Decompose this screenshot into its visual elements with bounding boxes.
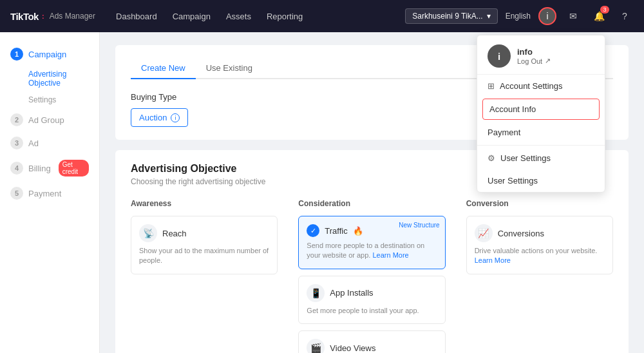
header-right: Sarkhuseini 9 TikA... ▾ English i ✉ 🔔 3 …: [405, 7, 634, 25]
nav-dashboard[interactable]: Dashboard: [116, 9, 157, 24]
account-selector-value: Sarkhuseini 9 TikA...: [412, 12, 482, 21]
conversions-icon: 📈: [475, 224, 493, 242]
reach-icon: 📡: [139, 224, 157, 242]
sidebar-step-ad[interactable]: 3 Ad: [0, 131, 99, 155]
conversion-title: Conversion: [466, 199, 613, 208]
dropdown-avatar: i: [488, 44, 511, 68]
settings-icon: ⚙: [488, 153, 495, 163]
video-views-header: 🎬 Video Views: [307, 339, 437, 353]
sidebar-step-adgroup[interactable]: 2 Ad Group: [0, 108, 99, 131]
header: TikTok : Ads Manager Dashboard Campaign …: [0, 0, 644, 32]
dropdown-username: info: [517, 47, 551, 57]
conversion-column: Conversion 📈 Conversions Drive valuable …: [466, 199, 613, 353]
reach-card-header: 📡 Reach: [139, 224, 269, 242]
conversions-desc: Drive valuable actions on your website. …: [475, 246, 605, 266]
sidebar-step-payment[interactable]: 5 Payment: [0, 182, 99, 205]
reach-name: Reach: [162, 229, 187, 238]
user-settings-header-item[interactable]: ⚙ User Settings: [477, 147, 605, 169]
app-installs-desc: Get more people to install your app.: [307, 306, 437, 316]
dropdown-divider: [477, 145, 605, 146]
reach-desc: Show your ad to the maximum number of pe…: [139, 246, 269, 266]
user-settings-item[interactable]: User Settings: [477, 169, 605, 192]
language-selector[interactable]: English: [506, 12, 531, 21]
new-structure-badge: New Structure: [399, 222, 439, 229]
video-views-icon: 🎬: [307, 339, 325, 353]
chevron-down-icon: ▾: [487, 12, 491, 21]
profile-letter: i: [546, 11, 548, 21]
reach-card[interactable]: 📡 Reach Show your ad to the maximum numb…: [131, 216, 278, 274]
logout-icon: ↗: [545, 57, 551, 65]
sidebar-campaign-label: Campaign: [28, 50, 66, 59]
logout-button[interactable]: Log Out ↗: [517, 57, 551, 65]
tiktok-logo: TikTok: [10, 11, 39, 22]
app-installs-name: App Installs: [330, 288, 373, 298]
auction-label: Auction: [139, 113, 167, 122]
step-number-1: 1: [10, 48, 23, 61]
dropdown-user-info: info Log Out ↗: [517, 47, 551, 65]
awareness-column: Awareness 📡 Reach Show your ad to the ma…: [131, 199, 278, 353]
traffic-emoji: 🔥: [353, 226, 363, 236]
sidebar: 1 Campaign Advertising Objective Setting…: [0, 32, 100, 353]
help-icon-button[interactable]: ?: [616, 7, 634, 25]
conversions-learn-more[interactable]: Learn More: [475, 256, 511, 264]
billing-badge: Get credit: [59, 160, 89, 176]
profile-icon-button[interactable]: i: [538, 7, 556, 25]
step-number-5: 5: [10, 187, 23, 200]
account-info-item[interactable]: Account Info: [482, 99, 600, 120]
traffic-name: Traffic: [325, 226, 347, 236]
nav-assets[interactable]: Assets: [226, 9, 251, 24]
info-icon: i: [171, 113, 180, 122]
brand: TikTok : Ads Manager: [10, 11, 95, 22]
main-nav: Dashboard Campaign Assets Reporting: [116, 9, 405, 24]
sidebar-billing-label: Billing: [28, 164, 51, 173]
nav-reporting[interactable]: Reporting: [267, 9, 303, 24]
tab-use-existing[interactable]: Use Existing: [196, 58, 263, 79]
mail-icon: ✉: [569, 11, 577, 21]
sidebar-step-billing[interactable]: 4 Billing Get credit: [0, 155, 99, 182]
traffic-learn-more[interactable]: Learn More: [372, 251, 408, 259]
conversions-name: Conversions: [498, 229, 544, 238]
notifications-icon-button[interactable]: 🔔 3: [590, 7, 608, 25]
step-number-4: 4: [10, 162, 23, 175]
sidebar-advertising-objective[interactable]: Advertising Objective: [0, 66, 99, 91]
app-installs-header: 📱 App Installs: [307, 284, 437, 302]
sidebar-step-campaign[interactable]: 1 Campaign: [0, 43, 99, 66]
obj-columns: Awareness 📡 Reach Show your ad to the ma…: [131, 199, 613, 353]
sidebar-payment-label: Payment: [28, 189, 61, 198]
tab-create-new[interactable]: Create New: [131, 58, 196, 79]
sidebar-settings[interactable]: Settings: [0, 91, 99, 108]
consideration-title: Consideration: [298, 199, 445, 208]
sidebar-ad-label: Ad: [28, 138, 39, 148]
ads-manager-label: Ads Manager: [50, 12, 95, 21]
video-views-name: Video Views: [330, 343, 375, 353]
messages-icon-button[interactable]: ✉: [564, 7, 582, 25]
app-installs-icon: 📱: [307, 284, 325, 302]
notification-badge: 3: [600, 6, 609, 14]
traffic-card[interactable]: New Structure ✓ Traffic 🔥 Send more peop…: [298, 216, 445, 269]
consideration-column: Consideration New Structure ✓ Traffic 🔥 …: [298, 199, 445, 353]
step-number-2: 2: [10, 113, 23, 126]
grid-icon: ⊞: [488, 81, 495, 91]
account-selector[interactable]: Sarkhuseini 9 TikA... ▾: [405, 8, 497, 24]
dropdown-header: i info Log Out ↗: [477, 35, 605, 75]
payment-item[interactable]: Payment: [477, 121, 605, 144]
traffic-desc: Send more people to a destination on you…: [307, 241, 437, 261]
awareness-title: Awareness: [131, 199, 278, 208]
auction-button[interactable]: Auction i: [131, 108, 188, 127]
video-views-card[interactable]: 🎬 Video Views Get more people to view yo…: [298, 330, 445, 353]
question-icon: ?: [622, 11, 627, 21]
sidebar-adgroup-label: Ad Group: [28, 115, 64, 125]
conversions-header: 📈 Conversions: [475, 224, 605, 242]
traffic-check-icon: ✓: [307, 224, 319, 237]
nav-campaign[interactable]: Campaign: [173, 9, 211, 24]
profile-dropdown: i info Log Out ↗ ⊞ Account Settings Acco…: [477, 35, 605, 193]
app-installs-card[interactable]: 📱 App Installs Get more people to instal…: [298, 276, 445, 324]
account-settings-item[interactable]: ⊞ Account Settings: [477, 75, 605, 97]
step-number-3: 3: [10, 137, 23, 149]
conversions-card[interactable]: 📈 Conversions Drive valuable actions on …: [466, 216, 613, 274]
